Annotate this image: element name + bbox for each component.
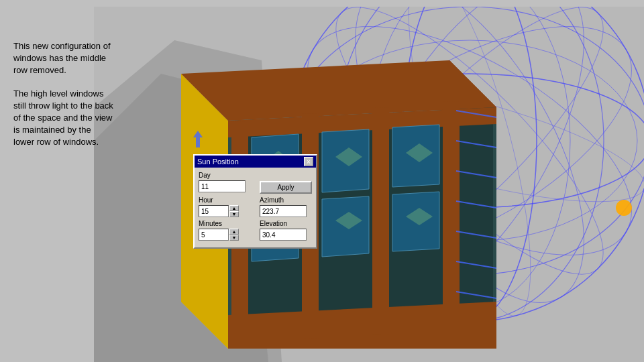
- azimuth-label: Azimuth: [260, 196, 312, 204]
- text-block-2: The high level windows still throw light…: [13, 88, 114, 149]
- hour-field: Hour ▲ ▼: [199, 196, 251, 217]
- dialog-close-button[interactable]: ×: [304, 157, 313, 166]
- svg-point-18: [616, 200, 632, 216]
- hour-spinner: ▲ ▼: [229, 205, 239, 217]
- dialog-row-1: Day Apply: [199, 172, 312, 194]
- hour-input-group: ▲ ▼: [199, 205, 251, 217]
- dialog-content: Day Apply Hour ▲: [195, 168, 316, 247]
- main-container: This new configuration of windows has th…: [0, 0, 644, 362]
- minutes-label: Minutes: [199, 220, 251, 227]
- day-input[interactable]: [199, 180, 246, 192]
- apply-button[interactable]: Apply: [260, 181, 312, 194]
- text-block-1: This new configuration of windows has th…: [13, 40, 114, 77]
- svg-rect-29: [372, 107, 389, 334]
- hour-up-button[interactable]: ▲: [229, 205, 239, 211]
- dialog-row-2: Hour ▲ ▼ Azimuth: [199, 196, 312, 217]
- day-field: Day: [199, 172, 251, 192]
- azimuth-field: Azimuth: [260, 196, 312, 217]
- hour-label: Hour: [199, 196, 251, 204]
- minutes-input-group: ▲ ▼: [199, 229, 251, 241]
- hour-input[interactable]: [199, 205, 229, 217]
- azimuth-input[interactable]: [260, 205, 307, 217]
- apply-button-container: Apply: [260, 172, 312, 194]
- elevation-input[interactable]: [260, 229, 307, 241]
- minutes-up-button[interactable]: ▲: [229, 229, 239, 235]
- day-label: Day: [199, 172, 251, 179]
- elevation-label: Elevation: [260, 220, 312, 227]
- elevation-field: Elevation: [260, 220, 312, 241]
- minutes-field: Minutes ▲ ▼: [199, 220, 251, 241]
- sun-position-dialog: Sun Position × Day Apply: [193, 154, 317, 249]
- hour-down-button[interactable]: ▼: [229, 211, 239, 217]
- dialog-row-3: Minutes ▲ ▼ Elevation: [199, 220, 312, 241]
- text-panel: This new configuration of windows has th…: [13, 40, 114, 160]
- minutes-input[interactable]: [199, 229, 229, 241]
- minutes-down-button[interactable]: ▼: [229, 235, 239, 241]
- scene-svg: [94, 7, 644, 362]
- minutes-spinner: ▲ ▼: [229, 229, 239, 241]
- dialog-title: Sun Position: [197, 158, 239, 166]
- dialog-titlebar: Sun Position ×: [195, 156, 316, 168]
- svg-rect-30: [443, 101, 460, 326]
- scene-area: Sun Position × Day Apply: [94, 7, 644, 362]
